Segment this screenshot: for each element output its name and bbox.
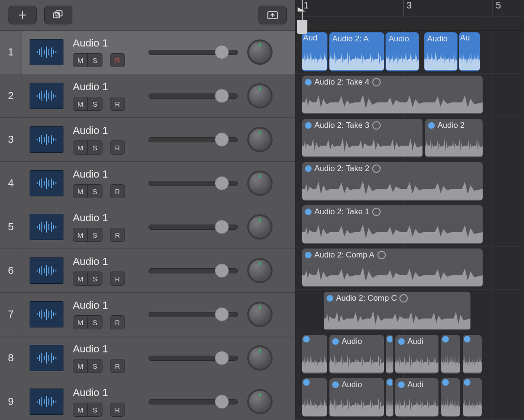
track-number[interactable]: 7 [0, 293, 22, 336]
track-lane[interactable]: AudAudio 2: AAudioAudioAu [295, 30, 524, 74]
track-number[interactable]: 4 [0, 162, 22, 205]
volume-thumb[interactable] [215, 395, 229, 409]
track-name-label[interactable]: Audio 1 [73, 212, 125, 224]
track-type-icon[interactable] [30, 83, 63, 109]
pan-knob[interactable] [247, 345, 273, 371]
audio-region[interactable]: Audio 2: Comp A [302, 248, 483, 288]
track-lane[interactable]: Audio 2: Take 1 [295, 203, 524, 247]
track-name-label[interactable]: Audio 1 [73, 81, 125, 93]
comp-menu-icon[interactable] [399, 294, 408, 303]
comp-menu-icon[interactable] [372, 78, 381, 86]
pan-knob[interactable] [247, 83, 273, 109]
audio-region[interactable] [462, 334, 482, 374]
track-type-icon[interactable] [30, 389, 63, 415]
track-lane[interactable]: Audio 2: Take 4 [295, 73, 524, 117]
volume-thumb[interactable] [215, 220, 229, 234]
volume-thumb[interactable] [215, 351, 229, 365]
audio-region[interactable] [441, 378, 461, 417]
pan-knob[interactable] [247, 258, 273, 283]
volume-thumb[interactable] [215, 132, 229, 147]
playhead[interactable] [302, 0, 303, 30]
track-name-label[interactable]: Audio 1 [73, 37, 125, 49]
toggle-library-button[interactable] [258, 6, 287, 24]
track-lane[interactable]: AudioAudi [295, 376, 524, 420]
mute-button[interactable]: M [73, 140, 88, 155]
volume-thumb[interactable] [215, 264, 229, 278]
audio-region[interactable] [441, 334, 461, 374]
audio-region[interactable]: Audio 2: Comp C [323, 291, 471, 331]
track-number[interactable]: 8 [0, 336, 22, 380]
mute-button[interactable]: M [73, 272, 88, 286]
comp-menu-icon[interactable] [372, 164, 381, 173]
record-arm-button[interactable]: R [110, 140, 125, 155]
audio-region[interactable]: Audi [395, 378, 439, 417]
track-name-label[interactable]: Audio 1 [73, 299, 125, 311]
track-type-icon[interactable] [30, 126, 63, 153]
pan-knob[interactable] [247, 39, 273, 65]
solo-button[interactable]: S [87, 140, 102, 155]
track-type-icon[interactable] [30, 257, 63, 284]
track-name-label[interactable]: Audio 1 [73, 168, 125, 180]
audio-region[interactable] [385, 378, 394, 417]
audio-region[interactable]: Audio 2 [425, 118, 483, 158]
audio-region[interactable]: Audio [385, 32, 419, 71]
solo-button[interactable]: S [87, 403, 102, 417]
track-row[interactable]: 6Audio 1MSR [0, 249, 295, 293]
mute-button[interactable]: M [73, 53, 88, 67]
track-type-icon[interactable] [30, 170, 63, 196]
track-number[interactable]: 5 [0, 205, 22, 249]
track-row[interactable]: 2Audio 1MSR [0, 74, 295, 118]
track-number[interactable]: 2 [0, 74, 22, 117]
solo-button[interactable]: S [87, 228, 102, 242]
duplicate-track-button[interactable] [44, 6, 72, 24]
mute-button[interactable]: M [73, 228, 88, 242]
audio-region[interactable]: Audio 2: Take 3 [302, 118, 423, 158]
record-arm-button[interactable]: R [110, 359, 125, 373]
comp-menu-icon[interactable] [377, 251, 386, 259]
track-name-label[interactable]: Audio 1 [73, 256, 125, 268]
track-row[interactable]: 1Audio 1MSR [0, 31, 295, 74]
volume-slider[interactable] [149, 47, 238, 58]
track-lane[interactable]: AudioAudi [295, 333, 524, 376]
audio-region[interactable]: Audio 2: Take 4 [302, 75, 483, 115]
add-track-button[interactable] [8, 6, 37, 24]
volume-thumb[interactable] [215, 89, 229, 103]
track-number[interactable]: 1 [0, 31, 22, 74]
timeline-ruler[interactable]: 1 3 5 [295, 0, 524, 31]
track-type-icon[interactable] [30, 301, 63, 327]
track-row[interactable]: 7Audio 1MSR [0, 293, 295, 336]
volume-slider[interactable] [149, 178, 238, 189]
solo-button[interactable]: S [87, 53, 102, 67]
comp-menu-icon[interactable] [372, 121, 381, 130]
track-lane[interactable]: Audio 2: Take 3Audio 2 [295, 117, 524, 160]
record-arm-button[interactable]: R [110, 97, 125, 111]
record-arm-button[interactable]: R [110, 315, 125, 329]
audio-region[interactable] [462, 378, 482, 417]
volume-slider[interactable] [149, 134, 238, 145]
volume-slider[interactable] [149, 352, 238, 364]
audio-region[interactable]: Audio 2: A [329, 32, 384, 71]
volume-thumb[interactable] [215, 307, 229, 321]
track-name-label[interactable]: Audio 1 [73, 387, 125, 399]
mute-button[interactable]: M [73, 359, 88, 373]
track-row[interactable]: 5Audio 1MSR [0, 205, 295, 249]
track-row[interactable]: 8Audio 1MSR [0, 336, 295, 380]
comp-menu-icon[interactable] [372, 208, 381, 216]
pan-knob[interactable] [247, 302, 273, 327]
audio-region[interactable]: Audio [329, 378, 384, 417]
track-type-icon[interactable] [30, 345, 63, 371]
track-row[interactable]: 4Audio 1MSR [0, 162, 295, 205]
pan-knob[interactable] [247, 389, 273, 414]
volume-slider[interactable] [149, 396, 238, 407]
record-arm-button[interactable]: R [110, 53, 125, 67]
audio-region[interactable]: Audio 2: Take 2 [302, 162, 483, 201]
pan-knob[interactable] [247, 214, 273, 240]
record-arm-button[interactable]: R [110, 403, 125, 417]
volume-slider[interactable] [149, 265, 238, 276]
track-name-label[interactable]: Audio 1 [73, 124, 125, 137]
audio-region[interactable]: Au [459, 32, 480, 71]
regions-area[interactable]: AudAudio 2: AAudioAudioAuAudio 2: Take 4… [295, 30, 524, 420]
record-arm-button[interactable]: R [110, 184, 125, 198]
mute-button[interactable]: M [73, 403, 88, 417]
track-number[interactable]: 6 [0, 249, 22, 292]
